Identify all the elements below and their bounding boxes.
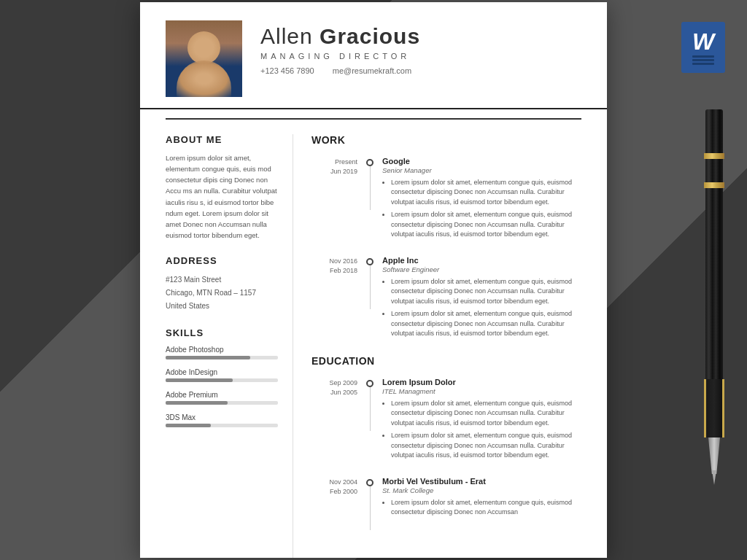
address-line-1: #123 Main Street bbox=[166, 273, 278, 287]
header-info: Allen Gracious MANAGING DIRECTOR +123 45… bbox=[260, 20, 581, 75]
phone: +123 456 7890 bbox=[260, 66, 314, 75]
timeline-content: Lorem Ipsum Dolor ITEL Managment Lorem i… bbox=[374, 378, 589, 464]
full-name: Allen Gracious bbox=[260, 24, 581, 49]
skill-bar-bg bbox=[166, 356, 278, 359]
field-of-study: St. Mark College bbox=[382, 486, 589, 494]
skill-bar-fill bbox=[166, 424, 211, 427]
word-icon-letter: W bbox=[692, 30, 714, 53]
timeline-dot-wrapper bbox=[366, 477, 374, 530]
resume-body: ABOUT ME Lorem ipsum dolor sit amet, ele… bbox=[140, 120, 607, 558]
bullet: Lorem ipsum dolor sit amet, elementum co… bbox=[391, 431, 589, 461]
email: me@resumekraft.com bbox=[333, 66, 411, 75]
address-line-3: United States bbox=[166, 300, 278, 313]
skill-item: 3DS Max bbox=[166, 413, 278, 427]
pen-body bbox=[705, 109, 723, 386]
timeline-dot-wrapper bbox=[366, 256, 374, 309]
field-of-study: ITEL Managment bbox=[382, 387, 589, 395]
education-entry: Nov 2004 Feb 2000 Morbi Vel Vestibulum -… bbox=[311, 477, 589, 530]
bullet: Lorem ipsum dolor sit amet, elementum co… bbox=[391, 178, 589, 208]
photo-simulation bbox=[166, 20, 242, 97]
education-entry: Sep 2009 Jun 2005 Lorem Ipsum Dolor ITEL… bbox=[311, 378, 589, 464]
word-icon-lines bbox=[692, 55, 714, 65]
work-section-title: WORK bbox=[311, 134, 589, 146]
education-section-title: EDUCATION bbox=[311, 355, 589, 367]
skill-item: Adobe Photoshop bbox=[166, 346, 278, 359]
work-entry: Present Jun 2019 Google Senior Manager L… bbox=[311, 157, 589, 243]
work-timeline: Present Jun 2019 Google Senior Manager L… bbox=[311, 157, 589, 342]
skill-item: Adobe InDesign bbox=[166, 368, 278, 382]
job-title: MANAGING DIRECTOR bbox=[260, 52, 581, 61]
pen-nib bbox=[711, 470, 718, 485]
skill-bar-bg bbox=[166, 424, 278, 427]
job-title: Senior Manager bbox=[382, 166, 589, 174]
timeline-dates: Present Jun 2019 bbox=[311, 157, 366, 177]
bullet: Lorem ipsum dolor sit amet, elementum co… bbox=[391, 399, 589, 429]
resume-header: Allen Gracious MANAGING DIRECTOR +123 45… bbox=[140, 2, 607, 109]
first-name: Allen bbox=[260, 24, 313, 48]
bullet-list: Lorem ipsum dolor sit amet, elementum co… bbox=[382, 178, 589, 240]
timeline-dot bbox=[366, 258, 374, 265]
institution-name: Morbi Vel Vestibulum - Erat bbox=[382, 477, 589, 486]
timeline-content: Morbi Vel Vestibulum - Erat St. Mark Col… bbox=[374, 477, 589, 521]
timeline-line bbox=[370, 387, 371, 431]
bullet-list: Lorem ipsum dolor sit amet, elementum co… bbox=[382, 399, 589, 461]
skills-list: Adobe Photoshop Adobe InDesign Adobe Pre… bbox=[166, 346, 278, 427]
skill-name: Adobe Photoshop bbox=[166, 346, 278, 354]
company-name: Apple Inc bbox=[382, 256, 589, 265]
skill-item: Adobe Premium bbox=[166, 391, 278, 405]
timeline-content: Google Senior Manager Lorem ipsum dolor … bbox=[374, 157, 589, 243]
profile-photo bbox=[166, 20, 242, 97]
last-name: Gracious bbox=[320, 24, 420, 48]
skill-name: Adobe Premium bbox=[166, 391, 278, 399]
timeline-dot bbox=[366, 159, 374, 166]
bullet: Lorem ipsum dolor sit amet, elementum co… bbox=[391, 309, 589, 339]
institution-name: Lorem Ipsum Dolor bbox=[382, 378, 589, 386]
bullet: Lorem ipsum dolor sit amet, elementum co… bbox=[391, 277, 589, 307]
timeline-content: Apple Inc Software Engineer Lorem ipsum … bbox=[374, 256, 589, 342]
word-icon[interactable]: W bbox=[681, 22, 725, 73]
timeline-dates: Nov 2004 Feb 2000 bbox=[311, 477, 366, 497]
right-column: WORK Present Jun 2019 Google Senior Mana… bbox=[293, 134, 607, 558]
education-timeline: Sep 2009 Jun 2005 Lorem Ipsum Dolor ITEL… bbox=[311, 378, 589, 530]
bullet-list: Lorem ipsum dolor sit amet, elementum co… bbox=[382, 277, 589, 339]
timeline-dot bbox=[366, 479, 374, 486]
about-me-title: ABOUT ME bbox=[166, 134, 278, 145]
skills-title: SKILLS bbox=[166, 327, 278, 338]
left-column: ABOUT ME Lorem ipsum dolor sit amet, ele… bbox=[140, 134, 293, 558]
skill-name: 3DS Max bbox=[166, 413, 278, 421]
timeline-dot-wrapper bbox=[366, 378, 374, 431]
timeline-line bbox=[370, 166, 371, 210]
timeline-line bbox=[370, 265, 371, 309]
about-me-text: Lorem ipsum dolor sit amet, elementum co… bbox=[166, 152, 278, 241]
timeline-dates: Sep 2009 Jun 2005 bbox=[311, 378, 366, 398]
bullet-list: Lorem ipsum dolor sit amet, elementum co… bbox=[382, 498, 589, 518]
skill-bar-fill bbox=[166, 401, 228, 405]
skill-bar-fill bbox=[166, 378, 233, 382]
pen-decoration bbox=[692, 109, 736, 510]
pen-grip bbox=[704, 379, 724, 438]
pen-tip bbox=[708, 438, 720, 474]
pen-ring-1 bbox=[704, 153, 724, 159]
address: #123 Main Street Chicago, MTN Road – 115… bbox=[166, 273, 278, 313]
address-line-2: Chicago, MTN Road – 1157 bbox=[166, 287, 278, 300]
timeline-dot-wrapper bbox=[366, 157, 374, 210]
skill-name: Adobe InDesign bbox=[166, 368, 278, 376]
bullet: Lorem ipsum dolor sit amet, elementum co… bbox=[391, 210, 589, 240]
page-wrapper: W Allen Gracious bbox=[0, 0, 747, 560]
resume-document: Allen Gracious MANAGING DIRECTOR +123 45… bbox=[140, 2, 607, 558]
job-title: Software Engineer bbox=[382, 265, 589, 273]
company-name: Google bbox=[382, 157, 589, 166]
timeline-dates: Nov 2016 Feb 2018 bbox=[311, 256, 366, 276]
pen-ring-2 bbox=[704, 182, 724, 188]
skill-bar-fill bbox=[166, 356, 250, 359]
bullet: Lorem ipsum dolor sit amet, elementum co… bbox=[391, 498, 589, 518]
contact-line: +123 456 7890 me@resumekraft.com bbox=[260, 66, 581, 75]
skill-bar-bg bbox=[166, 401, 278, 405]
timeline-line bbox=[370, 486, 371, 530]
skill-bar-bg bbox=[166, 378, 278, 382]
address-title: ADDRESS bbox=[166, 255, 278, 266]
work-entry: Nov 2016 Feb 2018 Apple Inc Software Eng… bbox=[311, 256, 589, 342]
pen bbox=[704, 109, 724, 474]
timeline-dot bbox=[366, 380, 374, 387]
